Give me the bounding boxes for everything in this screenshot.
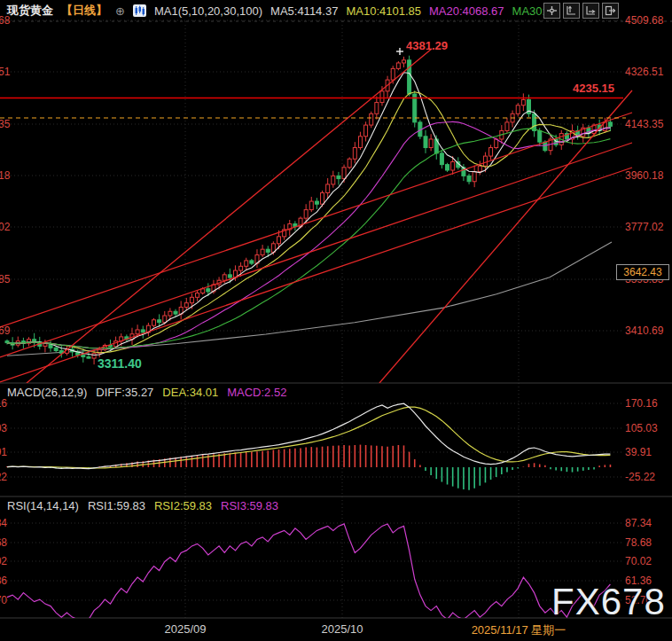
chart-toolbar xyxy=(543,3,619,19)
axis-label: 4326.51 xyxy=(625,66,671,78)
axis-label: 61.36 xyxy=(0,575,7,587)
axis-label: 3410.69 xyxy=(0,324,7,337)
axis-zoom-vertical-icon[interactable] xyxy=(563,3,580,19)
axis-label: -25.22 xyxy=(0,471,7,483)
axis-label: 52.70 xyxy=(0,594,7,606)
macd-dea-value: DEA:34.01 xyxy=(162,386,218,399)
rsi1-value: RSI1:59.83 xyxy=(88,499,145,512)
trendline-price-annotation: 4235.15 xyxy=(573,82,614,95)
axis-label: 70.02 xyxy=(0,555,7,567)
axis-label: 3593.85 xyxy=(0,273,7,285)
candlestick-chart-icon[interactable] xyxy=(133,4,146,17)
axis-label: 39.91 xyxy=(625,446,671,458)
axis-label: 87.34 xyxy=(0,517,7,529)
axis-label: 39.91 xyxy=(0,446,7,458)
axis-label: -25.22 xyxy=(625,471,671,483)
ma20-value: MA20:4068.67 xyxy=(429,4,504,18)
pan-crosshair-icon[interactable] xyxy=(543,3,560,19)
rsi-title[interactable]: RSI(14,14,14) xyxy=(7,499,79,512)
price-alert-box[interactable]: 3642.43 xyxy=(616,264,669,280)
date-label: 2025/10 xyxy=(322,622,363,636)
rsi2-value: RSI2:59.83 xyxy=(154,499,212,512)
symbol-title: 现货黄金 xyxy=(7,3,53,19)
axis-label: 105.03 xyxy=(625,422,671,434)
ma5-value: MA5:4114.37 xyxy=(270,4,338,18)
macd-panel-header: MACD(26,12,9) DIFF:35.27 DEA:34.01 MACD:… xyxy=(7,386,286,399)
axis-label: 3960.18 xyxy=(0,169,7,182)
low-price-annotation: 3311.40 xyxy=(98,356,142,371)
axis-label: 87.34 xyxy=(625,517,671,529)
fx678-watermark: FX678 xyxy=(551,581,666,623)
rsi-panel-header: RSI(14,14,14) RSI1:59.83 RSI2:59.83 RSI3… xyxy=(7,499,278,512)
ma30-value: MA30: xyxy=(512,4,546,18)
axis-label: 3410.69 xyxy=(625,324,671,337)
axis-label: 4143.35 xyxy=(0,118,7,130)
axis-label: 70.02 xyxy=(625,555,671,567)
ma10-value: MA10:4101.85 xyxy=(346,4,421,18)
indicator-settings-icon[interactable]: ⊕ xyxy=(115,4,125,18)
current-date-label: 2025/11/17 星期一 xyxy=(472,622,567,638)
axis-label: 4326.51 xyxy=(0,66,7,78)
axis-label: 3960.18 xyxy=(625,169,671,182)
axis-zoom-horizontal-icon[interactable] xyxy=(582,3,599,19)
axis-label: 4143.35 xyxy=(625,118,671,130)
date-label: 2025/09 xyxy=(165,622,207,636)
macd-diff-value: DIFF:35.27 xyxy=(96,386,153,399)
chart-app: 现货黄金 【日线】 ⊕ MA1(5,10,20,30,100) MA5:4114… xyxy=(0,0,672,641)
axis-label: 3777.02 xyxy=(0,221,7,233)
axis-label: 170.16 xyxy=(0,397,7,410)
macd-title[interactable]: MACD(26,12,9) xyxy=(7,386,87,399)
macd-value: MACD:2.52 xyxy=(227,386,286,399)
axis-label: 78.68 xyxy=(0,536,7,549)
high-price-annotation: 4381.29 xyxy=(406,39,448,52)
axis-label: 105.03 xyxy=(0,422,7,434)
ma-settings-label[interactable]: MA1(5,10,20,30,100) xyxy=(154,4,262,18)
chart-canvas[interactable] xyxy=(0,0,672,641)
exit-fullscreen-icon[interactable] xyxy=(602,3,619,19)
axis-label: 170.16 xyxy=(625,397,671,410)
timeframe-label[interactable]: 【日线】 xyxy=(61,3,107,19)
axis-label: 78.68 xyxy=(625,536,671,549)
axis-label: 3777.02 xyxy=(625,221,671,233)
rsi3-value: RSI3:59.83 xyxy=(221,499,278,512)
